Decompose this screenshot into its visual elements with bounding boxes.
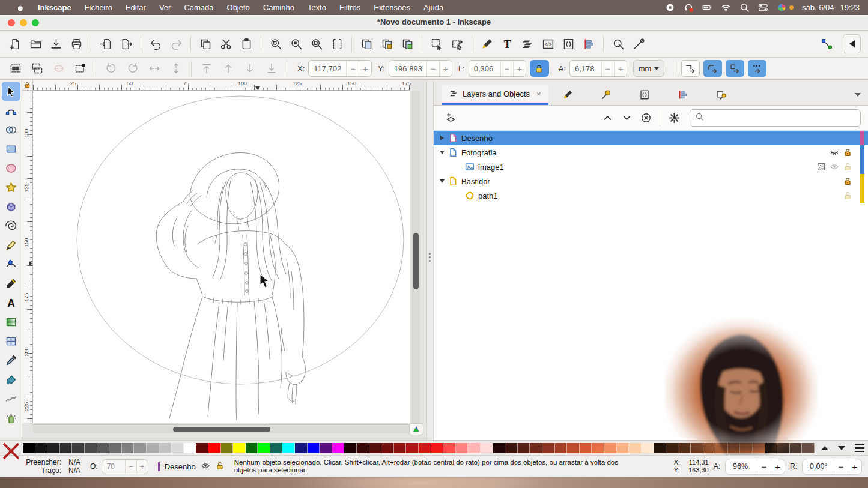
record-stop-icon[interactable] (665, 2, 675, 13)
menu-filtros[interactable]: Filtros (333, 3, 367, 12)
tool-rectangle[interactable] (2, 139, 20, 158)
paste-button[interactable] (236, 34, 256, 54)
palette-swatch[interactable] (171, 443, 184, 453)
tool-shape-builder[interactable] (2, 120, 20, 139)
expander-expanded-icon[interactable] (439, 179, 446, 183)
x-decrement[interactable]: − (347, 64, 359, 74)
palette-swatch[interactable] (109, 443, 122, 453)
palette-swatch[interactable] (580, 443, 592, 453)
palette-swatch[interactable] (35, 443, 48, 453)
palette-swatch[interactable] (592, 443, 604, 453)
move-down-button[interactable] (617, 109, 636, 128)
move-up-button[interactable] (598, 109, 617, 128)
palette-swatch[interactable] (23, 443, 35, 453)
palette-swatch[interactable] (604, 443, 617, 453)
move-gradient-toggle[interactable] (726, 60, 744, 77)
palette-swatch[interactable] (642, 443, 654, 453)
palette-swatch[interactable] (72, 443, 85, 453)
tool-pen[interactable] (2, 255, 20, 274)
palette-swatch[interactable] (282, 443, 295, 453)
palette-swatch[interactable] (196, 443, 208, 453)
text-dialog-button[interactable]: T (497, 34, 517, 54)
raise-top-button[interactable] (196, 59, 217, 77)
height-increment[interactable]: + (615, 64, 627, 74)
headset-icon[interactable] (684, 2, 694, 13)
zoom-increment[interactable]: + (771, 462, 785, 472)
zoom-selection-button[interactable] (266, 34, 286, 54)
palette-swatch[interactable] (184, 443, 196, 453)
current-layer-name[interactable]: Desenho (165, 462, 196, 471)
palette-swatch[interactable] (134, 443, 147, 453)
palette-swatch[interactable] (493, 443, 506, 453)
align-dialog-button[interactable] (578, 34, 599, 54)
flip-h-button[interactable] (144, 59, 165, 77)
palette-swatch[interactable] (456, 443, 469, 453)
fill-value[interactable]: N/A (68, 458, 80, 466)
move-stroke-toggle[interactable] (681, 60, 700, 77)
menu-objeto[interactable]: Objeto (220, 3, 256, 12)
ungroup-button[interactable] (447, 34, 467, 54)
palette-swatch[interactable] (381, 443, 394, 453)
remove-object-button[interactable] (636, 109, 655, 128)
clone-button[interactable] (377, 34, 397, 54)
undo-button[interactable] (145, 34, 166, 54)
zoom-ratio-button[interactable] (327, 34, 347, 54)
lock-open-dim-icon[interactable] (843, 162, 852, 172)
lock-closed-icon[interactable] (843, 148, 852, 157)
tool-star[interactable] (2, 178, 20, 197)
palette-swatch[interactable] (159, 443, 172, 453)
select-all-layers-button[interactable] (26, 59, 48, 77)
tool-gradient[interactable] (2, 312, 20, 331)
no-paint-icon[interactable] (1, 441, 21, 461)
doc-new-button[interactable] (5, 34, 25, 54)
palette-swatch[interactable] (481, 443, 493, 453)
zoom-decrement[interactable]: − (757, 462, 771, 472)
tool-pencil[interactable] (2, 235, 20, 255)
lock-closed-icon[interactable] (843, 176, 852, 186)
duplicate-button[interactable] (356, 34, 377, 54)
horizontal-ruler[interactable]: 255075100125150175 (33, 80, 410, 91)
tab-object-props[interactable] (587, 85, 625, 105)
expander-expanded-icon[interactable] (439, 151, 446, 154)
tool-ellipse[interactable] (2, 158, 20, 178)
fill-stroke-button[interactable] (476, 34, 497, 54)
tool-selector[interactable] (2, 82, 20, 101)
palette-swatch[interactable] (505, 443, 518, 453)
ruler-units-lock[interactable] (22, 80, 33, 91)
palette-swatch[interactable] (542, 443, 555, 453)
tool-tweak[interactable] (2, 389, 20, 408)
menu-texto[interactable]: Texto (301, 3, 333, 12)
tool-dropper[interactable] (2, 351, 20, 370)
cut-button[interactable] (216, 34, 236, 54)
group-button[interactable] (426, 34, 447, 54)
tool-bucket[interactable] (2, 370, 20, 389)
tool-node[interactable] (2, 101, 20, 120)
palette-swatch[interactable] (122, 443, 135, 453)
select-all-button[interactable] (5, 59, 26, 77)
tool-spiral[interactable] (2, 216, 20, 235)
palette-swatch[interactable] (740, 443, 753, 453)
tool-calligraphy[interactable] (2, 274, 20, 293)
menu-editar[interactable]: Editar (119, 3, 153, 12)
height-decrement[interactable]: − (602, 64, 614, 74)
menu-ver[interactable]: Ver (153, 3, 178, 12)
palette-swatch[interactable] (394, 443, 407, 453)
opacity-increment[interactable]: + (137, 462, 148, 471)
export-button[interactable] (116, 34, 136, 54)
palette-swatch[interactable] (97, 443, 110, 453)
palette-swatch[interactable] (369, 443, 382, 453)
wifi-icon[interactable] (721, 2, 731, 13)
doc-props-button[interactable] (558, 34, 578, 54)
lower-button[interactable] (239, 59, 261, 77)
dialog-menu-chevron[interactable] (855, 85, 861, 105)
palette-swatch[interactable] (765, 443, 778, 453)
palette-swatch[interactable] (208, 443, 221, 453)
height-field[interactable]: 6,178−+ (569, 60, 627, 77)
apple-menu[interactable] (8, 3, 31, 13)
preferences-button[interactable] (628, 34, 649, 54)
palette-swatch[interactable] (406, 443, 419, 453)
color-managed-view-button[interactable] (409, 423, 423, 435)
menu-ajuda[interactable]: Ajuda (417, 3, 450, 12)
siri-icon[interactable] (777, 2, 787, 13)
eye-dim-icon[interactable] (830, 162, 839, 172)
